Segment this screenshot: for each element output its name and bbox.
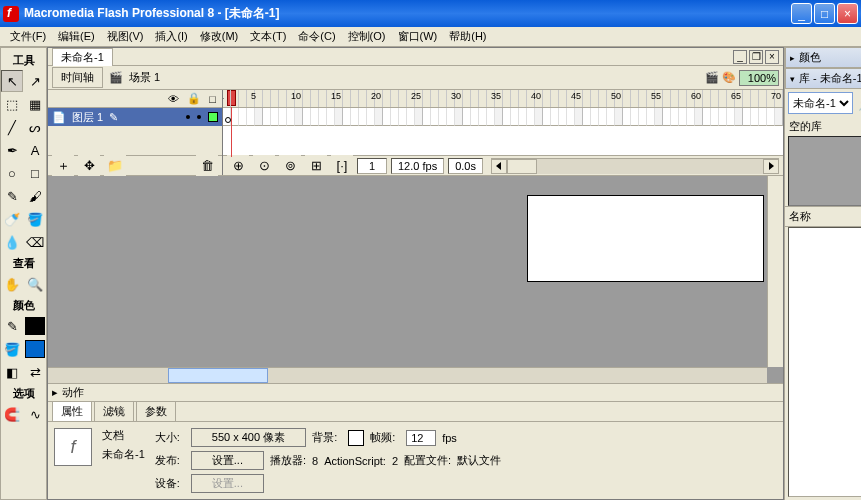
pencil-tool[interactable]: ✎ [1, 185, 23, 207]
stage-canvas[interactable] [528, 196, 763, 281]
actions-panel-header[interactable]: ▸动作 [48, 383, 783, 401]
props-tab-2[interactable]: 参数 [136, 401, 176, 421]
fill-swatch[interactable] [24, 338, 46, 360]
titlebar: Macromedia Flash Professional 8 - [未命名-1… [0, 0, 861, 27]
scene-name[interactable]: 场景 1 [129, 70, 160, 85]
fps-label: fps [442, 432, 457, 444]
outline-icon[interactable]: □ [209, 93, 216, 105]
zoom-tool[interactable]: 🔍 [24, 273, 46, 295]
line-tool[interactable]: ╱ [1, 116, 23, 138]
paint-bucket-tool[interactable]: 🪣 [24, 208, 46, 230]
device-settings-button[interactable]: 设置... [191, 474, 264, 493]
selection-tool[interactable]: ↖ [1, 70, 23, 92]
stage-scroll-horizontal[interactable] [48, 367, 767, 383]
noswap-swatch[interactable]: ⇄ [24, 361, 46, 383]
frame-rate: 12.0 fps [391, 158, 444, 174]
maximize-button[interactable]: □ [814, 3, 835, 24]
onion-outline-icon[interactable]: ⊚ [279, 155, 301, 176]
framerate-input[interactable] [406, 430, 436, 446]
oval-tool[interactable]: ○ [1, 162, 23, 184]
props-tab-1[interactable]: 滤镜 [94, 401, 134, 421]
library-select[interactable]: 未命名-1 [788, 92, 853, 114]
current-frame: 1 [357, 158, 387, 174]
layer-row[interactable]: 📄 图层 1 ✎ [48, 108, 222, 126]
stroke-color-icon: ✎ [1, 315, 23, 337]
stroke-swatch[interactable] [24, 315, 46, 337]
gradient-tool[interactable]: ▦ [24, 93, 46, 115]
pin-library-icon[interactable]: 📌 [855, 92, 861, 114]
add-folder-button[interactable]: 📁 [104, 155, 126, 177]
bg-swatch[interactable] [348, 430, 364, 446]
frame-track[interactable] [223, 108, 783, 155]
edit-multiple-icon[interactable]: ⊞ [305, 155, 327, 176]
timeline-button[interactable]: 时间轴 [52, 67, 103, 88]
stage-area[interactable] [48, 176, 783, 383]
snap-option[interactable]: 🧲 [1, 403, 23, 425]
menu-控制(O)[interactable]: 控制(O) [342, 27, 392, 46]
scroll-track[interactable] [507, 159, 763, 174]
library-list[interactable] [788, 227, 861, 497]
menu-编辑(E)[interactable]: 编辑(E) [52, 27, 101, 46]
onion-skin-icon[interactable]: ⊙ [253, 155, 275, 176]
player-label: 播放器: [270, 453, 306, 468]
menu-文本(T)[interactable]: 文本(T) [244, 27, 292, 46]
menu-视图(V)[interactable]: 视图(V) [101, 27, 150, 46]
color-panel-header[interactable]: 颜色 [785, 47, 861, 68]
scene-icon[interactable]: 🎬 [109, 71, 123, 84]
pencil-icon: ✎ [109, 111, 118, 124]
add-layer-button[interactable]: ＋ [52, 155, 74, 177]
menu-插入(I)[interactable]: 插入(I) [149, 27, 193, 46]
delete-layer-button[interactable]: 🗑 [196, 155, 218, 177]
scroll-right[interactable] [763, 159, 779, 174]
menu-文件(F)[interactable]: 文件(F) [4, 27, 52, 46]
menu-修改(M)[interactable]: 修改(M) [194, 27, 245, 46]
bw-swatch[interactable]: ◧ [1, 361, 23, 383]
eraser-tool[interactable]: ⌫ [24, 231, 46, 253]
col-name[interactable]: 名称 [785, 207, 861, 226]
minimize-button[interactable]: _ [791, 3, 812, 24]
view-label: 查看 [13, 256, 35, 271]
onion-markers-icon[interactable]: [·] [331, 155, 353, 176]
library-panel-header[interactable]: 库 - 未命名-1 [785, 68, 861, 89]
subselect-tool[interactable]: ↗ [24, 70, 46, 92]
doc-tab[interactable]: 未命名-1 [52, 48, 113, 66]
lasso-tool[interactable]: ᔕ [24, 116, 46, 138]
document-tabs: 未命名-1 _ ❐ × [48, 48, 783, 66]
edit-scene-icon[interactable]: 🎬 [705, 71, 719, 84]
ink-bottle-tool[interactable]: 🍼 [1, 208, 23, 230]
zoom-input[interactable] [739, 70, 779, 86]
menu-帮助(H)[interactable]: 帮助(H) [443, 27, 492, 46]
frame-status-bar: ⊕ ⊙ ⊚ ⊞ [·] 1 12.0 fps 0.0s [223, 155, 783, 175]
frame-ruler[interactable] [223, 90, 783, 108]
scroll-left[interactable] [491, 159, 507, 174]
menu-窗口(W)[interactable]: 窗口(W) [392, 27, 444, 46]
text-tool[interactable]: A [24, 139, 46, 161]
eyedropper-tool[interactable]: 💧 [1, 231, 23, 253]
doc-minimize[interactable]: _ [733, 50, 747, 64]
stage-scroll-vertical[interactable] [767, 176, 783, 367]
rectangle-tool[interactable]: □ [24, 162, 46, 184]
size-button[interactable]: 550 x 400 像素 [191, 428, 306, 447]
pen-tool[interactable]: ✒ [1, 139, 23, 161]
doc-restore[interactable]: ❐ [749, 50, 763, 64]
center-frame-icon[interactable]: ⊕ [227, 155, 249, 176]
lock-icon[interactable]: 🔒 [187, 92, 201, 105]
menu-命令(C)[interactable]: 命令(C) [292, 27, 341, 46]
smooth-option[interactable]: ∿ [24, 403, 46, 425]
add-guide-button[interactable]: ✥ [78, 155, 100, 177]
brush-tool[interactable]: 🖌 [24, 185, 46, 207]
library-columns: 名称 类型 [785, 206, 861, 227]
doc-type-label: 文档 [102, 428, 145, 443]
options-label: 选项 [13, 386, 35, 401]
edit-symbol-icon[interactable]: 🎨 [722, 71, 736, 84]
doc-close[interactable]: × [765, 50, 779, 64]
free-transform-tool[interactable]: ⬚ [1, 93, 23, 115]
close-button[interactable]: × [837, 3, 858, 24]
library-status: 空的库 [785, 117, 861, 136]
elapsed-time: 0.0s [448, 158, 483, 174]
document-area: 未命名-1 _ ❐ × 时间轴 🎬 场景 1 🎬 🎨 👁 🔒 □ [47, 47, 784, 500]
hand-tool[interactable]: ✋ [1, 273, 23, 295]
publish-settings-button[interactable]: 设置... [191, 451, 264, 470]
eye-icon[interactable]: 👁 [168, 93, 179, 105]
props-tab-0[interactable]: 属性 [52, 401, 92, 421]
